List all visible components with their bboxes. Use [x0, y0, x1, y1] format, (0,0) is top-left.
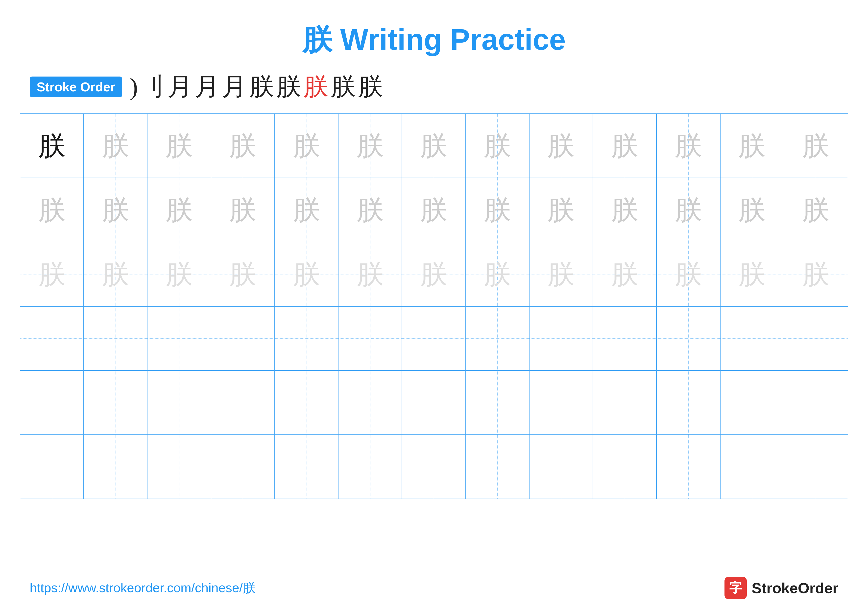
- cell-6-1[interactable]: [20, 435, 84, 499]
- cell-3-3[interactable]: 朕: [147, 242, 211, 306]
- cell-1-9[interactable]: 朕: [530, 114, 593, 177]
- cell-6-2[interactable]: [84, 435, 147, 499]
- cell-5-7[interactable]: [402, 371, 466, 434]
- cell-4-9[interactable]: [530, 307, 593, 370]
- stroke-sequence: ) 刂 月 月 月 朕 朕 朕 朕 朕: [130, 70, 383, 104]
- strokeorder-logo-text: StrokeOrder: [752, 580, 838, 597]
- cell-6-13[interactable]: [784, 435, 848, 499]
- cell-3-1[interactable]: 朕: [20, 242, 84, 306]
- cell-3-8[interactable]: 朕: [466, 242, 530, 306]
- cell-2-7[interactable]: 朕: [402, 178, 466, 242]
- cell-4-8[interactable]: [466, 307, 530, 370]
- char-light: 朕: [675, 127, 702, 164]
- cell-6-4[interactable]: [211, 435, 275, 499]
- cell-5-11[interactable]: [657, 371, 720, 434]
- cell-5-12[interactable]: [721, 371, 784, 434]
- stroke-7: 朕: [276, 70, 301, 104]
- cell-6-6[interactable]: [338, 435, 402, 499]
- cell-2-13[interactable]: 朕: [784, 178, 848, 242]
- strokeorder-logo-icon: 字: [724, 577, 747, 599]
- cell-2-9[interactable]: 朕: [530, 178, 593, 242]
- cell-4-2[interactable]: [84, 307, 147, 370]
- cell-2-10[interactable]: 朕: [593, 178, 657, 242]
- cell-1-2[interactable]: 朕: [84, 114, 147, 177]
- cell-4-11[interactable]: [657, 307, 720, 370]
- cell-4-7[interactable]: [402, 307, 466, 370]
- stroke-2: 刂: [140, 70, 165, 104]
- cell-3-5[interactable]: 朕: [275, 242, 338, 306]
- char-light: 朕: [547, 127, 575, 164]
- cell-4-10[interactable]: [593, 307, 657, 370]
- cell-1-10[interactable]: 朕: [593, 114, 657, 177]
- cell-4-5[interactable]: [275, 307, 338, 370]
- cell-3-6[interactable]: 朕: [338, 242, 402, 306]
- footer-url[interactable]: https://www.strokeorder.com/chinese/朕: [30, 579, 256, 597]
- cell-3-9[interactable]: 朕: [530, 242, 593, 306]
- cell-5-2[interactable]: [84, 371, 147, 434]
- cell-6-8[interactable]: [466, 435, 530, 499]
- cell-3-7[interactable]: 朕: [402, 242, 466, 306]
- cell-3-2[interactable]: 朕: [84, 242, 147, 306]
- cell-5-4[interactable]: [211, 371, 275, 434]
- cell-6-3[interactable]: [147, 435, 211, 499]
- cell-2-6[interactable]: 朕: [338, 178, 402, 242]
- cell-4-3[interactable]: [147, 307, 211, 370]
- cell-2-3[interactable]: 朕: [147, 178, 211, 242]
- cell-6-5[interactable]: [275, 435, 338, 499]
- cell-6-11[interactable]: [657, 435, 720, 499]
- cell-1-7[interactable]: 朕: [402, 114, 466, 177]
- cell-6-7[interactable]: [402, 435, 466, 499]
- cell-5-9[interactable]: [530, 371, 593, 434]
- cell-3-13[interactable]: 朕: [784, 242, 848, 306]
- cell-4-12[interactable]: [721, 307, 784, 370]
- cell-2-1[interactable]: 朕: [20, 178, 84, 242]
- cell-3-12[interactable]: 朕: [721, 242, 784, 306]
- grid-row-5: [20, 371, 848, 435]
- char-light: 朕: [102, 127, 129, 164]
- char-light: 朕: [484, 127, 511, 164]
- cell-5-10[interactable]: [593, 371, 657, 434]
- char-light: 朕: [611, 127, 639, 164]
- stroke-4: 月: [195, 70, 220, 104]
- stroke-order-badge: Stroke Order: [30, 76, 122, 97]
- cell-1-4[interactable]: 朕: [211, 114, 275, 177]
- cell-1-1[interactable]: 朕: [20, 114, 84, 177]
- stroke-9: 朕: [331, 70, 356, 104]
- char-light: 朕: [229, 127, 256, 164]
- cell-2-5[interactable]: 朕: [275, 178, 338, 242]
- cell-5-13[interactable]: [784, 371, 848, 434]
- cell-5-3[interactable]: [147, 371, 211, 434]
- cell-6-9[interactable]: [530, 435, 593, 499]
- cell-5-8[interactable]: [466, 371, 530, 434]
- cell-1-3[interactable]: 朕: [147, 114, 211, 177]
- cell-4-6[interactable]: [338, 307, 402, 370]
- cell-4-1[interactable]: [20, 307, 84, 370]
- stroke-5: 月: [222, 70, 247, 104]
- cell-1-11[interactable]: 朕: [657, 114, 720, 177]
- grid-row-2: 朕 朕 朕 朕 朕 朕 朕 朕 朕 朕 朕 朕 朕: [20, 178, 848, 242]
- char-light: 朕: [166, 127, 193, 164]
- cell-2-12[interactable]: 朕: [721, 178, 784, 242]
- cell-4-13[interactable]: [784, 307, 848, 370]
- cell-2-11[interactable]: 朕: [657, 178, 720, 242]
- cell-3-4[interactable]: 朕: [211, 242, 275, 306]
- cell-1-12[interactable]: 朕: [721, 114, 784, 177]
- cell-1-6[interactable]: 朕: [338, 114, 402, 177]
- cell-5-6[interactable]: [338, 371, 402, 434]
- cell-1-8[interactable]: 朕: [466, 114, 530, 177]
- char-light: 朕: [293, 127, 320, 164]
- cell-2-8[interactable]: 朕: [466, 178, 530, 242]
- cell-4-4[interactable]: [211, 307, 275, 370]
- cell-6-10[interactable]: [593, 435, 657, 499]
- cell-2-2[interactable]: 朕: [84, 178, 147, 242]
- cell-5-1[interactable]: [20, 371, 84, 434]
- cell-3-11[interactable]: 朕: [657, 242, 720, 306]
- cell-5-5[interactable]: [275, 371, 338, 434]
- cell-1-5[interactable]: 朕: [275, 114, 338, 177]
- cell-3-10[interactable]: 朕: [593, 242, 657, 306]
- cell-2-4[interactable]: 朕: [211, 178, 275, 242]
- cell-1-13[interactable]: 朕: [784, 114, 848, 177]
- char-light: 朕: [802, 127, 829, 164]
- cell-6-12[interactable]: [721, 435, 784, 499]
- footer-logo: 字 StrokeOrder: [724, 577, 838, 599]
